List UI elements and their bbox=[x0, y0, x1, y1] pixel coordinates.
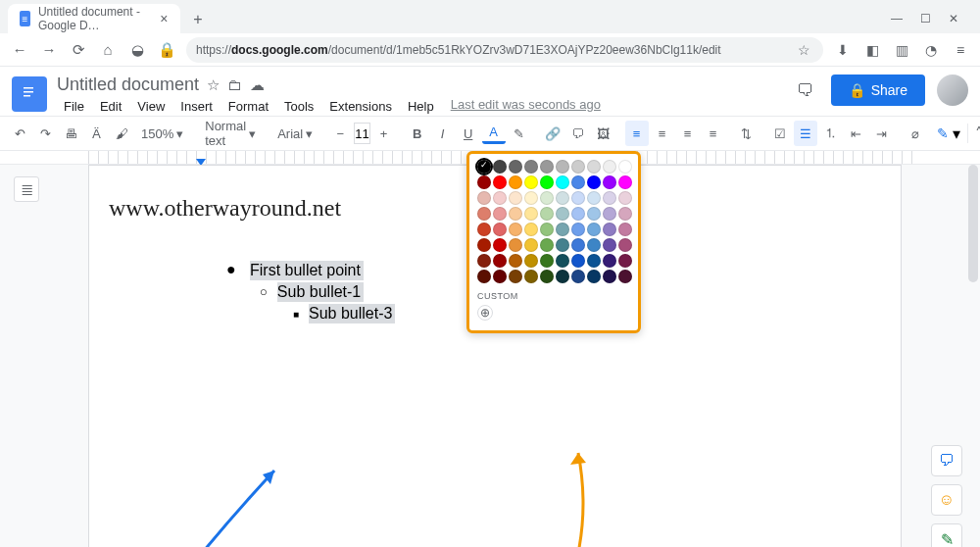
color-swatch[interactable] bbox=[587, 175, 601, 189]
close-tab-icon[interactable]: × bbox=[159, 12, 169, 25]
color-swatch[interactable] bbox=[509, 254, 522, 268]
color-swatch[interactable] bbox=[477, 223, 491, 236]
library-icon[interactable]: ▥ bbox=[892, 40, 911, 60]
color-swatch[interactable] bbox=[493, 223, 507, 236]
color-swatch[interactable] bbox=[509, 270, 522, 283]
color-swatch[interactable] bbox=[587, 223, 601, 236]
menu-help[interactable]: Help bbox=[401, 97, 441, 116]
color-swatch[interactable] bbox=[540, 223, 554, 236]
color-swatch[interactable] bbox=[493, 238, 507, 252]
increase-indent-icon[interactable]: ⇥ bbox=[870, 121, 894, 146]
browser-tab[interactable]: ≡ Untitled document - Google D… × bbox=[8, 4, 180, 33]
color-swatch[interactable] bbox=[571, 238, 585, 252]
menu-file[interactable]: File bbox=[57, 97, 91, 116]
text-color-icon[interactable]: A bbox=[482, 123, 506, 144]
menu-tools[interactable]: Tools bbox=[277, 97, 320, 116]
color-swatch[interactable] bbox=[603, 207, 616, 221]
color-swatch[interactable] bbox=[556, 270, 569, 283]
line-spacing-icon[interactable]: ⇅ bbox=[735, 121, 759, 146]
back-icon[interactable]: ← bbox=[10, 40, 29, 60]
bulleted-list-icon[interactable]: ☰ bbox=[794, 121, 817, 146]
redo-icon[interactable]: ↷ bbox=[33, 121, 57, 146]
paint-format-icon[interactable]: 🖌 bbox=[110, 121, 133, 146]
cloud-icon[interactable]: ☁ bbox=[250, 76, 265, 94]
color-swatch[interactable] bbox=[540, 270, 554, 283]
menu-extensions[interactable]: Extensions bbox=[322, 97, 399, 116]
color-swatch[interactable] bbox=[587, 238, 601, 252]
color-swatch[interactable] bbox=[618, 238, 632, 252]
color-swatch[interactable] bbox=[556, 160, 569, 174]
color-swatch[interactable] bbox=[509, 175, 522, 189]
font-select[interactable]: Arial▾ bbox=[271, 121, 318, 146]
color-swatch[interactable] bbox=[571, 254, 585, 268]
docs-logo-icon[interactable] bbox=[12, 76, 47, 112]
color-swatch[interactable] bbox=[571, 207, 585, 221]
vertical-scrollbar[interactable] bbox=[968, 165, 978, 282]
color-swatch[interactable] bbox=[556, 191, 569, 205]
color-swatch[interactable] bbox=[477, 160, 491, 174]
color-swatch[interactable] bbox=[571, 191, 585, 205]
emoji-reaction-icon[interactable]: ☺ bbox=[931, 484, 962, 516]
color-swatch[interactable] bbox=[556, 254, 569, 268]
color-swatch[interactable] bbox=[587, 207, 601, 221]
url-input[interactable]: https://docs.google.com/document/d/1meb5… bbox=[186, 37, 823, 63]
menu-insert[interactable]: Insert bbox=[173, 97, 220, 116]
color-swatch[interactable] bbox=[509, 223, 522, 236]
numbered-list-icon[interactable]: ⒈ bbox=[819, 121, 843, 146]
avatar[interactable] bbox=[937, 75, 968, 106]
color-swatch[interactable] bbox=[493, 175, 507, 189]
align-center-icon[interactable]: ≡ bbox=[651, 121, 674, 146]
outline-toggle-icon[interactable]: ≣ bbox=[14, 176, 39, 202]
hide-menus-icon[interactable]: ˄ bbox=[975, 124, 980, 143]
document-title[interactable]: Untitled document bbox=[57, 75, 199, 95]
menu-view[interactable]: View bbox=[130, 97, 172, 116]
zoom-select[interactable]: 150% ▾ bbox=[135, 121, 189, 146]
color-swatch[interactable] bbox=[603, 238, 616, 252]
shield-icon[interactable]: ◒ bbox=[127, 40, 147, 60]
bullet-text[interactable]: Sub bullet-3 bbox=[309, 304, 395, 323]
color-swatch[interactable] bbox=[603, 175, 616, 189]
add-comment-rail-icon[interactable]: 🗩 bbox=[931, 445, 962, 476]
color-swatch[interactable] bbox=[618, 207, 632, 221]
color-swatch[interactable] bbox=[493, 270, 507, 283]
color-swatch[interactable] bbox=[571, 223, 585, 236]
color-swatch[interactable] bbox=[603, 270, 616, 283]
color-swatch[interactable] bbox=[493, 207, 507, 221]
paragraph-style-select[interactable]: Normal text▾ bbox=[199, 121, 262, 146]
spellcheck-icon[interactable]: Ӓ bbox=[84, 121, 108, 146]
color-swatch[interactable] bbox=[524, 223, 538, 236]
color-swatch[interactable] bbox=[571, 175, 585, 189]
suggest-edits-icon[interactable]: ✎ bbox=[931, 523, 962, 547]
color-swatch[interactable] bbox=[603, 191, 616, 205]
color-swatch[interactable] bbox=[493, 191, 507, 205]
highlight-icon[interactable]: ✎ bbox=[508, 121, 531, 146]
bold-icon[interactable]: B bbox=[406, 121, 429, 146]
align-justify-icon[interactable]: ≡ bbox=[702, 121, 725, 146]
color-swatch[interactable] bbox=[493, 254, 507, 268]
add-custom-color-icon[interactable]: ⊕ bbox=[477, 305, 493, 321]
color-swatch[interactable] bbox=[493, 160, 507, 174]
clear-formatting-icon[interactable]: ⌀ bbox=[904, 121, 927, 146]
forward-icon[interactable]: → bbox=[39, 40, 59, 60]
color-swatch[interactable] bbox=[524, 270, 538, 283]
bookmark-icon[interactable]: ☆ bbox=[794, 40, 813, 60]
undo-icon[interactable]: ↶ bbox=[8, 121, 31, 146]
align-right-icon[interactable]: ≡ bbox=[676, 121, 700, 146]
color-swatch[interactable] bbox=[524, 160, 538, 174]
color-swatch[interactable] bbox=[524, 238, 538, 252]
color-swatch[interactable] bbox=[587, 191, 601, 205]
insert-link-icon[interactable]: 🔗 bbox=[541, 121, 564, 146]
color-swatch[interactable] bbox=[524, 207, 538, 221]
move-icon[interactable]: 🗀 bbox=[227, 76, 242, 93]
new-tab-button[interactable]: + bbox=[184, 6, 212, 33]
color-swatch[interactable] bbox=[587, 270, 601, 283]
color-swatch[interactable] bbox=[509, 207, 522, 221]
menu-edit[interactable]: Edit bbox=[93, 97, 128, 116]
color-swatch[interactable] bbox=[509, 191, 522, 205]
color-swatch[interactable] bbox=[540, 238, 554, 252]
color-swatch[interactable] bbox=[524, 254, 538, 268]
bullet-text[interactable]: Sub bullet-1 bbox=[277, 282, 364, 302]
editing-mode[interactable]: ✎ ▾ ˄ bbox=[929, 124, 980, 143]
star-icon[interactable]: ☆ bbox=[207, 76, 220, 94]
color-swatch[interactable] bbox=[556, 223, 569, 236]
